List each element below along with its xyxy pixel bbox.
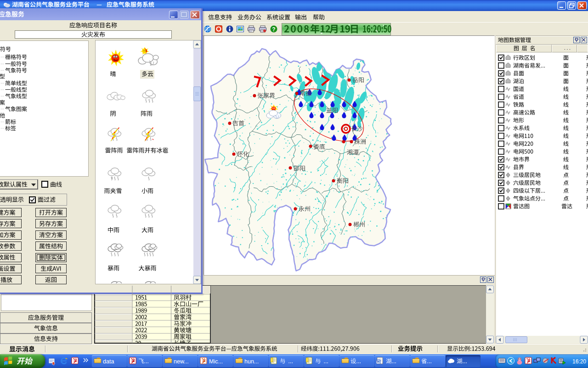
svg-text:?: ? [272, 26, 275, 33]
svg-text:W: W [377, 360, 380, 364]
